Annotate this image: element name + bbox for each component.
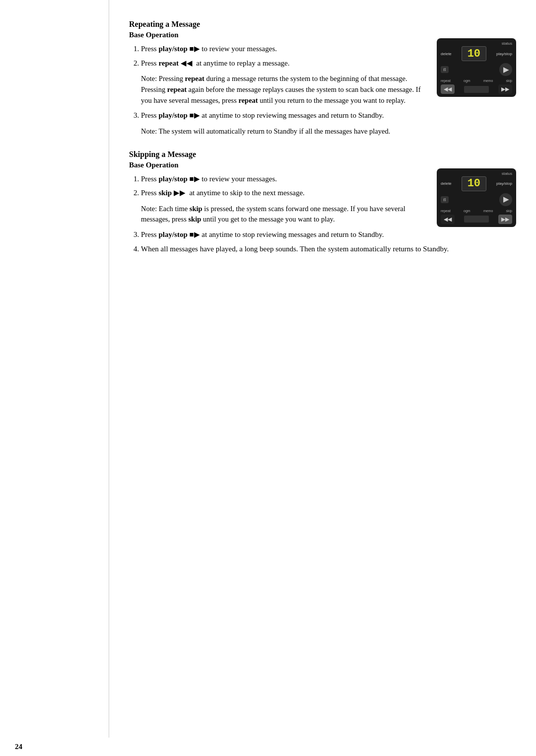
right-arrow-skip: ▶▶ — [498, 215, 512, 224]
play-stop-symbol-2: ■▶ — [190, 111, 200, 119]
repeating-section: Repeating a Message Base Operation statu… — [129, 20, 516, 141]
skip-label-repeat: skip — [506, 79, 512, 82]
footer: 24 — [0, 738, 536, 756]
main-content: Repeating a Message Base Operation statu… — [109, 0, 536, 738]
skipping-title: Skipping a Message — [129, 150, 516, 159]
bottom-labels-skip: repeat ogm memo skip — [441, 209, 512, 213]
device-repeat: status delete 10 play/stop fl ▶ repeat o… — [437, 38, 516, 97]
repeat-label-repeat: repeat — [441, 79, 451, 82]
skip-step-4: When all messages have played, a long be… — [141, 243, 516, 255]
play-stop-symbol-skip-1: ■▶ — [190, 175, 200, 183]
delete-btn-skip: delete — [441, 181, 452, 186]
skip-bold: skip — [158, 189, 172, 197]
ogm-label-skip: ogm — [464, 209, 470, 213]
left-arrow-skip: ◀◀ — [441, 215, 455, 224]
delete-btn-repeat: delete — [441, 52, 452, 56]
play-stop-symbol-skip-2: ■▶ — [190, 230, 200, 238]
repeat-label-skip: repeat — [441, 209, 451, 213]
device-skip: status delete 10 play/stop fl ▶ repeat o… — [437, 168, 516, 227]
play-stop-bold-1: play/stop — [158, 45, 187, 53]
status-label-repeat: status — [441, 41, 512, 46]
skipping-steps-continued: Press play/stop ■▶ at anytime to stop re… — [141, 229, 516, 254]
repeating-title: Repeating a Message — [129, 20, 516, 29]
memo-label-repeat: memo — [483, 79, 493, 82]
page-number: 24 — [15, 743, 22, 751]
device-illustration-repeat: status delete 10 play/stop fl ▶ repeat o… — [437, 38, 516, 97]
repeat-bold: repeat — [158, 59, 179, 67]
play-stop-bold-skip-2: play/stop — [158, 230, 187, 238]
ogm-label-repeat: ogm — [464, 79, 470, 82]
repeating-steps-continued: Press play/stop ■▶ at anytime to stop re… — [141, 110, 516, 121]
play-stop-bold-2: play/stop — [158, 111, 187, 119]
left-arrow-repeat: ◀◀ — [441, 84, 455, 94]
status-label-skip: status — [441, 171, 512, 176]
device-nav-repeat: ◀◀ ▶▶ — [441, 84, 512, 94]
page: Repeating a Message Base Operation statu… — [0, 0, 536, 738]
device-illustration-skip: status delete 10 play/stop fl ▶ repeat o… — [437, 168, 516, 227]
bottom-labels-repeat: repeat ogm memo skip — [441, 79, 512, 82]
play-stop-symbol-1: ■▶ — [190, 45, 200, 53]
right-arrow-repeat: ▶▶ — [498, 84, 512, 94]
repeat-step-3: Press play/stop ■▶ at anytime to stop re… — [141, 110, 516, 121]
device-top-row-repeat: delete 10 play/stop — [441, 46, 512, 61]
display-skip: 10 — [462, 176, 486, 191]
memo-label-skip: memo — [483, 209, 493, 213]
f-btn-skip: fl — [441, 196, 449, 203]
play-stop-bold-skip-1: play/stop — [158, 175, 187, 183]
play-arrow-repeat: ▶ — [499, 63, 512, 76]
playstop-btn-skip: play/stop — [496, 181, 512, 186]
skipping-section: Skipping a Message Base Operation status… — [129, 150, 516, 260]
left-margin — [0, 0, 109, 738]
device-top-row-skip: delete 10 play/stop — [441, 176, 512, 191]
skip-step-3: Press play/stop ■▶ at anytime to stop re… — [141, 229, 516, 240]
display-repeat: 10 — [462, 46, 486, 61]
repeat-note-2: Note: The system will automatically retu… — [141, 126, 516, 137]
play-arrow-skip: ▶ — [499, 193, 512, 206]
playstop-btn-repeat: play/stop — [496, 52, 512, 56]
device-nav-skip: ◀◀ ▶▶ — [441, 215, 512, 224]
f-btn-repeat: fl — [441, 66, 449, 73]
skip-label-skip: skip — [506, 209, 512, 213]
